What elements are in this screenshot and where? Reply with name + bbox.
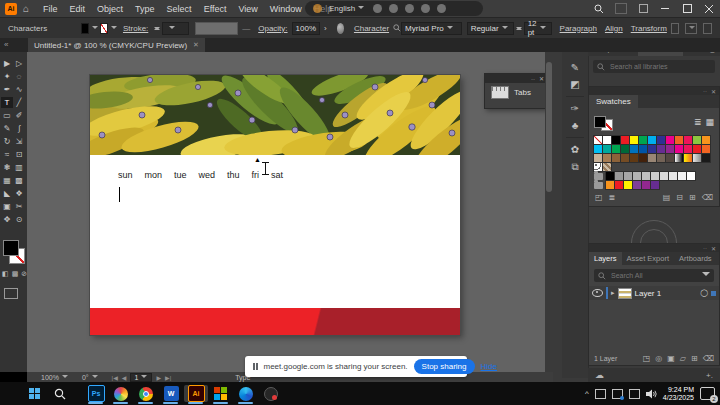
mesh-tool[interactable]: ▦ [1, 175, 13, 186]
person-icon[interactable] [373, 4, 382, 13]
help-icon[interactable] [421, 4, 430, 13]
font-family-dropdown[interactable]: Myriad Pro [401, 22, 462, 35]
opacity-link[interactable]: Opacity: [258, 24, 287, 33]
taskbar-illustrator-icon[interactable]: Ai [184, 385, 208, 402]
swatch[interactable] [675, 136, 683, 144]
tab-artboards[interactable]: Artboards [674, 252, 717, 265]
next-artboard-icon[interactable]: ▶ [156, 374, 161, 381]
hide-link[interactable]: Hide [481, 362, 497, 371]
layers-search[interactable] [594, 269, 714, 282]
cloud-sync-icon[interactable]: ☁ [595, 370, 604, 380]
volume-icon[interactable] [646, 389, 657, 399]
taskbar-photos-app-icon[interactable] [109, 385, 133, 402]
tray-expand-icon[interactable]: ^ [585, 389, 589, 398]
swatch[interactable] [624, 181, 632, 189]
swatch[interactable] [615, 181, 623, 189]
rectangle-tool[interactable]: ▭ [1, 110, 13, 121]
new-swatch-icon[interactable]: ⊞ [689, 193, 696, 202]
swatch[interactable] [684, 145, 692, 153]
pattern-panel-icon[interactable]: ✿ [562, 141, 588, 158]
fill-color-control[interactable] [3, 240, 19, 256]
pause-icon[interactable] [253, 363, 258, 370]
slice-tool[interactable]: ✂ [13, 201, 25, 212]
swatch[interactable] [615, 172, 623, 180]
swatch[interactable] [642, 181, 650, 189]
delete-swatch-icon[interactable]: ⌫ [702, 193, 713, 202]
free-transform-tool[interactable]: ⊡ [13, 149, 25, 160]
menu-object[interactable]: Object [91, 4, 129, 14]
tab-layers[interactable]: Layers [589, 252, 622, 265]
artboard[interactable]: sun mon tue wed thu fri sat ▲ [90, 75, 460, 335]
swatch[interactable] [666, 136, 674, 144]
camera-icon[interactable] [389, 4, 398, 13]
red-band-shape[interactable] [90, 308, 460, 335]
swatch[interactable] [603, 136, 611, 144]
filter-icon[interactable] [702, 272, 710, 280]
swatch[interactable] [657, 154, 665, 162]
minimize-button[interactable] [654, 0, 676, 17]
width-profile-dropdown[interactable] [195, 22, 239, 35]
symbol-sprayer-tool[interactable]: ❃ [1, 162, 13, 173]
new-layer-icon[interactable]: ⊞ [691, 354, 698, 363]
swatch[interactable] [606, 181, 614, 189]
pattern-swatch[interactable] [594, 163, 602, 171]
type-tool[interactable]: T [1, 97, 13, 108]
blend-tool[interactable]: ❖ [13, 188, 25, 199]
arrange-documents-icon[interactable] [632, 0, 654, 17]
prev-artboard-icon[interactable]: ◀ [122, 374, 127, 381]
swatch[interactable] [594, 145, 602, 153]
rotate-tool[interactable]: ↻ [1, 136, 13, 147]
tray-display-icon[interactable] [612, 389, 623, 399]
swatch[interactable] [633, 181, 641, 189]
magic-wand-tool[interactable]: ✦ [1, 71, 13, 82]
maximize-button[interactable] [676, 0, 698, 17]
panel-dots-icon[interactable]: ·· [703, 88, 707, 94]
swatch[interactable] [630, 136, 638, 144]
stroke-panel-icon[interactable]: ✎ [562, 59, 588, 76]
pattern-swatch[interactable] [603, 163, 611, 171]
visibility-eye-icon[interactable] [592, 289, 603, 297]
brushes-panel-icon[interactable]: ✑ [562, 100, 588, 117]
swatch[interactable] [633, 172, 641, 180]
screen-mode-button[interactable] [4, 288, 18, 299]
gradient-swatch[interactable] [693, 154, 701, 162]
toolbar-collapse-icon[interactable]: « [4, 40, 8, 49]
menu-file[interactable]: File [37, 4, 64, 14]
swatch[interactable] [678, 172, 686, 180]
swatch[interactable] [606, 172, 614, 180]
menu-type[interactable]: Type [129, 4, 161, 14]
paintbrush-tool[interactable]: ✐ [13, 110, 25, 121]
last-artboard-icon[interactable]: ▶| [165, 374, 171, 381]
swatch[interactable] [612, 154, 620, 162]
curvature-tool[interactable]: ∿ [13, 84, 25, 95]
swatch[interactable] [666, 154, 674, 162]
list-view-icon[interactable]: ≣ [694, 117, 702, 127]
show-swatch-kinds-icon[interactable]: ▤ [663, 193, 671, 202]
close-button[interactable] [698, 0, 720, 17]
hand-tool[interactable]: ✥ [1, 214, 13, 225]
fill-color-dropdown[interactable] [89, 24, 100, 33]
taskbar-edge-icon[interactable] [234, 385, 258, 402]
layer-thumbnail[interactable] [618, 288, 632, 299]
swatch-libraries-icon[interactable]: ◰ [595, 193, 603, 202]
start-button[interactable] [22, 385, 46, 402]
rotation-dropdown[interactable]: 0° [82, 374, 100, 381]
swatch[interactable] [675, 145, 683, 153]
artboard-number-dropdown[interactable]: 1 [130, 373, 152, 382]
opacity-value[interactable]: 100% [292, 22, 320, 35]
font-size-dropdown[interactable]: 12 pt [524, 22, 552, 35]
swatch[interactable] [621, 154, 629, 162]
swatch[interactable] [621, 136, 629, 144]
menu-view[interactable]: View [232, 4, 263, 14]
taskbar-photoshop-icon[interactable]: Ps [84, 385, 108, 402]
swatch[interactable] [693, 136, 701, 144]
language-toolbar-icon[interactable] [313, 4, 322, 13]
font-search-icon[interactable] [393, 24, 401, 32]
swatch[interactable] [639, 145, 647, 153]
color-group-folder-icon[interactable] [594, 173, 603, 180]
font-size-stepper[interactable] [516, 24, 522, 33]
select-similar-icon[interactable] [671, 23, 680, 34]
taskbar-clock[interactable]: 9:24 PM 4/23/2025 [663, 386, 694, 402]
notification-center-icon[interactable]: 2 [700, 387, 715, 400]
banana-photo[interactable] [90, 75, 460, 155]
